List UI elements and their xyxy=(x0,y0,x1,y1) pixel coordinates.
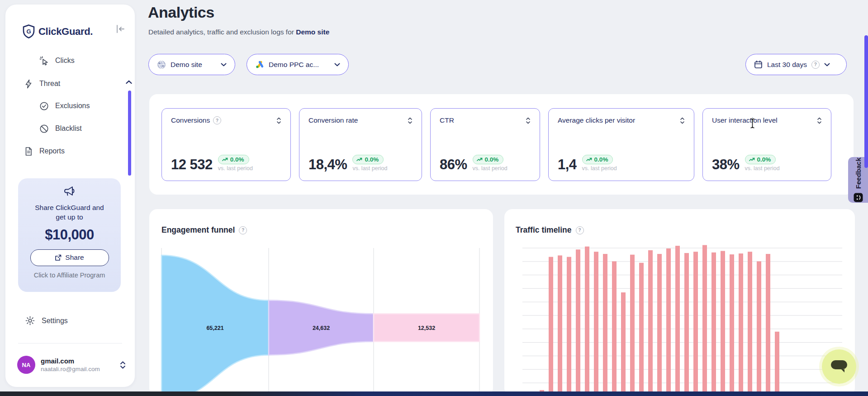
svg-text:12,532: 12,532 xyxy=(418,325,435,331)
sort-icon[interactable] xyxy=(408,117,413,124)
sidebar-item-label: Reports xyxy=(39,147,65,155)
traffic-timeline-chart[interactable] xyxy=(504,241,855,396)
traffic-timeline-card: Traffic timeline ? xyxy=(504,209,855,396)
sidebar-collapse-icon[interactable] xyxy=(115,24,127,35)
sidebar-item-label: Threat xyxy=(39,80,60,88)
subtitle-site-name: Demo site xyxy=(296,28,329,36)
sidebar-item-reports[interactable]: Reports xyxy=(24,143,65,159)
site-selector-dropdown[interactable]: Demo site xyxy=(148,54,235,75)
date-range-dropdown[interactable]: Last 30 days ? xyxy=(745,54,847,75)
text-cursor xyxy=(749,118,755,129)
stat-caption: vs. last period xyxy=(745,165,780,172)
stat-value: 12 532 xyxy=(171,157,213,172)
stat-caption: vs. last period xyxy=(218,165,253,172)
logo-text: ClickGuard. xyxy=(38,26,93,38)
stat-value: 38% xyxy=(712,157,740,172)
badge-check-icon xyxy=(39,101,49,111)
stat-caption: vs. last period xyxy=(582,165,617,172)
help-icon[interactable]: ? xyxy=(811,61,820,69)
stat-card-avg-clicks: Average clicks per visitor 1,4 0.0% vs. … xyxy=(548,108,694,181)
lightning-icon xyxy=(24,79,33,89)
logo[interactable]: G ClickGuard. xyxy=(23,24,93,38)
calendar-icon xyxy=(754,60,763,69)
svg-text:65,221: 65,221 xyxy=(206,325,223,331)
feedback-label: Feedback xyxy=(854,157,862,189)
sidebar-item-settings[interactable]: Settings xyxy=(25,316,68,325)
account-switcher[interactable]: NA gmail.com naatali.ro@gmail.com xyxy=(17,356,126,374)
affiliate-link[interactable]: Click to Affiliate Program xyxy=(18,272,121,279)
svg-text:24,632: 24,632 xyxy=(313,325,330,331)
stat-card-interaction-level: User interaction level 38% 0.0% vs. last… xyxy=(702,108,831,181)
promo-amount: $10,000 xyxy=(18,227,121,243)
site-selector-value: Demo site xyxy=(171,61,202,69)
chat-launcher-button[interactable] xyxy=(822,349,856,384)
account-email: naatali.ro@gmail.com xyxy=(41,366,100,372)
funnel-title: Engagement funnel xyxy=(161,225,235,235)
change-badge: 0.0% xyxy=(745,155,776,164)
sidebar: G ClickGuard. Clicks Threat Exclusions B… xyxy=(5,5,135,387)
ppc-account-dropdown[interactable]: Demo PPC ac... xyxy=(247,54,349,75)
sort-icon[interactable] xyxy=(817,117,822,124)
bottom-edge-bar xyxy=(0,391,868,396)
date-range-value: Last 30 days xyxy=(767,61,807,69)
sidebar-item-threat[interactable]: Threat xyxy=(24,76,116,92)
stat-label: CTR xyxy=(440,116,454,124)
chevron-up-icon[interactable] xyxy=(126,80,132,84)
sidebar-item-exclusions[interactable]: Exclusions xyxy=(39,98,90,114)
sort-icon[interactable] xyxy=(276,117,281,124)
stat-label: Average clicks per visitor xyxy=(558,116,635,124)
svg-text:G: G xyxy=(26,28,31,35)
stat-card-conversions: Conversions ? 12 532 0.0% vs. last perio… xyxy=(161,108,291,181)
help-icon[interactable]: ? xyxy=(576,226,584,234)
megaphone-icon xyxy=(18,178,121,198)
sidebar-scrollbar-thumb[interactable] xyxy=(128,91,131,176)
change-badge: 0.0% xyxy=(218,155,249,164)
engagement-funnel-card: Engagement funnel ? 65,22124,63212,532 xyxy=(149,209,493,396)
page-scrollbar-thumb[interactable] xyxy=(864,35,868,168)
stat-card-conversion-rate: Conversion rate 18,4% 0.0% vs. last peri… xyxy=(299,108,422,181)
affiliate-promo-card[interactable]: Share ClickGuard and get up to $10,000 S… xyxy=(18,178,121,292)
help-icon[interactable]: ? xyxy=(239,226,247,234)
help-icon[interactable]: ? xyxy=(213,116,221,124)
stat-value: 1,4 xyxy=(558,157,577,172)
feedback-smiley-icon xyxy=(854,193,863,202)
sidebar-item-label: Clicks xyxy=(55,57,75,65)
stat-label: User interaction level xyxy=(712,116,778,124)
stat-caption: vs. last period xyxy=(473,165,508,172)
change-badge: 0.0% xyxy=(582,155,613,164)
sort-icon[interactable] xyxy=(680,117,685,124)
stat-label: Conversion rate xyxy=(308,116,358,124)
chevron-down-icon xyxy=(824,63,830,67)
share-icon xyxy=(55,254,62,261)
document-icon xyxy=(24,147,33,156)
stat-caption: vs. last period xyxy=(352,165,387,172)
cursor-click-icon xyxy=(39,56,49,66)
sidebar-item-label: Exclusions xyxy=(55,102,90,110)
avatar: NA xyxy=(17,356,35,374)
sidebar-item-clicks[interactable]: Clicks xyxy=(39,52,75,69)
stat-value: 18,4% xyxy=(308,157,347,172)
stats-panel: Conversions ? 12 532 0.0% vs. last perio… xyxy=(149,94,854,195)
sidebar-item-label: Settings xyxy=(42,317,68,325)
sidebar-item-blacklist[interactable]: Blacklist xyxy=(39,120,82,137)
clickguard-shield-icon: G xyxy=(23,24,35,38)
change-badge: 0.0% xyxy=(473,155,504,164)
google-ads-icon xyxy=(255,60,264,69)
sort-icon[interactable] xyxy=(526,117,531,124)
sidebar-item-label: Blacklist xyxy=(55,124,82,133)
change-badge: 0.0% xyxy=(352,155,384,164)
chevron-down-icon xyxy=(334,63,340,67)
promo-text: Share ClickGuard and get up to xyxy=(18,203,121,222)
account-name: gmail.com xyxy=(41,357,100,365)
divider xyxy=(18,343,122,344)
globe-icon xyxy=(157,60,166,69)
gear-icon xyxy=(25,316,35,325)
engagement-funnel-chart[interactable]: 65,22124,63212,532 xyxy=(149,248,493,396)
page-subtitle: Detailed analytics, traffic and exclusio… xyxy=(148,28,329,36)
stat-card-ctr: CTR 86% 0.0% vs. last period xyxy=(430,108,540,181)
ppc-account-value: Demo PPC ac... xyxy=(269,61,319,69)
chevron-updown-icon xyxy=(120,361,126,369)
share-button-label: Share xyxy=(65,253,84,262)
share-button[interactable]: Share xyxy=(30,249,109,266)
page-title: Analytics xyxy=(148,4,214,21)
